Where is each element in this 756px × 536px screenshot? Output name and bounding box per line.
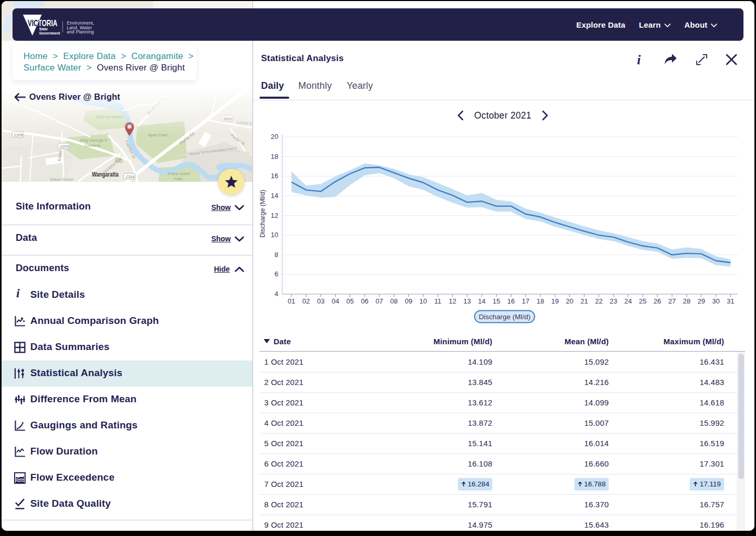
svg-text:Baker Street: Baker Street: [50, 177, 74, 182]
svg-text:Park: Park: [174, 177, 183, 181]
svg-text:10: 10: [271, 231, 278, 239]
svg-text:13: 13: [463, 297, 470, 305]
svg-text:10: 10: [419, 297, 427, 305]
svg-text:Gardens: Gardens: [85, 143, 101, 148]
svg-text:08: 08: [390, 297, 397, 305]
svg-text:and Planning: and Planning: [67, 29, 94, 34]
svg-text:04: 04: [332, 297, 339, 305]
svg-text:26: 26: [654, 297, 661, 305]
svg-text:29: 29: [698, 297, 705, 305]
svg-text:21: 21: [581, 297, 588, 305]
svg-text:Government: Government: [39, 31, 61, 35]
svg-text:8: 8: [275, 251, 278, 259]
svg-text:22: 22: [595, 297, 603, 305]
svg-text:07: 07: [375, 297, 383, 305]
svg-text:Wangaratta: Wangaratta: [92, 171, 119, 178]
svg-text:28: 28: [683, 297, 690, 305]
svg-text:09: 09: [405, 297, 412, 305]
svg-text:05: 05: [346, 297, 353, 305]
svg-text:11: 11: [434, 297, 442, 305]
svg-text:06: 06: [361, 297, 368, 305]
svg-text:23: 23: [610, 297, 617, 305]
svg-text:18: 18: [271, 153, 278, 160]
svg-text:Discharge (Ml/d): Discharge (Ml/d): [259, 190, 266, 238]
svg-text:20: 20: [271, 133, 278, 141]
svg-text:Frank Garth: Frank Garth: [168, 171, 190, 176]
svg-text:31: 31: [727, 297, 734, 305]
svg-text:24: 24: [624, 297, 632, 305]
svg-text:25: 25: [639, 297, 646, 305]
svg-text:30: 30: [712, 297, 719, 305]
svg-text:6: 6: [275, 270, 278, 278]
svg-text:01: 01: [288, 297, 295, 305]
svg-text:15: 15: [493, 297, 500, 305]
svg-text:Discharge (Ml/d): Discharge (Ml/d): [479, 313, 530, 321]
svg-text:C314: C314: [126, 175, 135, 179]
svg-text:16: 16: [271, 172, 278, 180]
svg-text:18: 18: [537, 297, 544, 305]
svg-text:King George V: King George V: [80, 138, 108, 143]
svg-text:27: 27: [668, 297, 676, 305]
svg-text:03: 03: [317, 297, 324, 305]
svg-text:C374: C374: [60, 145, 69, 148]
svg-text:20: 20: [566, 297, 573, 305]
svg-text:19: 19: [551, 297, 559, 305]
svg-text:02: 02: [302, 297, 310, 305]
svg-text:State: State: [39, 27, 48, 31]
svg-text:17: 17: [522, 297, 529, 305]
svg-text:12: 12: [448, 297, 456, 305]
svg-text:4: 4: [275, 290, 278, 298]
svg-text:16: 16: [507, 297, 515, 305]
svg-text:12: 12: [271, 212, 278, 219]
svg-text:14: 14: [271, 192, 278, 200]
svg-text:14: 14: [478, 297, 485, 305]
